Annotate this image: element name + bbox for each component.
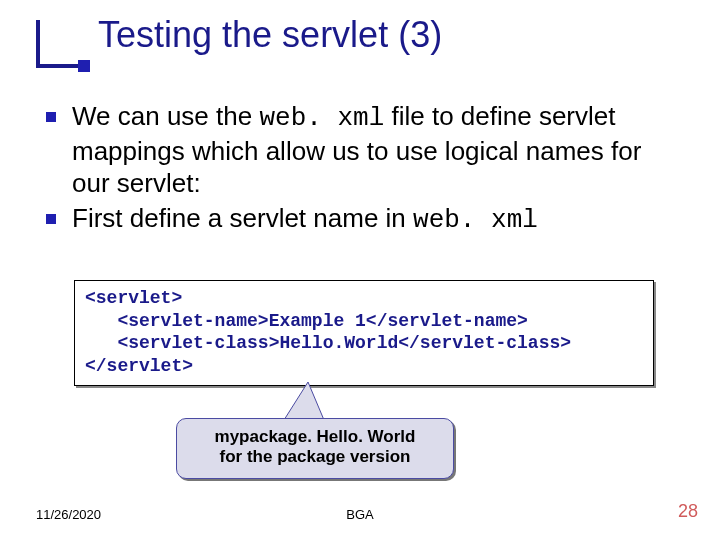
bullet-item: We can use the web. xml file to define s… xyxy=(46,100,686,200)
slide-title-block: Testing the servlet (3) xyxy=(36,14,442,56)
title-corner-decoration xyxy=(36,20,84,68)
footer-page-number: 28 xyxy=(678,501,698,522)
bullet-text-pre: First define a servlet name in xyxy=(72,203,413,233)
callout-line: for the package version xyxy=(187,447,443,467)
svg-marker-0 xyxy=(284,382,324,420)
callout-box: mypackage. Hello. World for the package … xyxy=(176,418,454,479)
title-square-decoration xyxy=(78,60,90,72)
bullet-marker-icon xyxy=(46,112,56,122)
bullet-list: We can use the web. xml file to define s… xyxy=(46,100,686,238)
callout-line: mypackage. Hello. World xyxy=(187,427,443,447)
footer-author: BGA xyxy=(0,507,720,522)
bullet-text-pre: We can use the xyxy=(72,101,259,131)
code-line: <servlet-name>Example 1</servlet-name> xyxy=(85,310,643,333)
code-line: <servlet> xyxy=(85,287,643,310)
code-block: <servlet> <servlet-name>Example 1</servl… xyxy=(74,280,654,386)
code-line: </servlet> xyxy=(85,355,643,378)
bullet-marker-icon xyxy=(46,214,56,224)
bullet-text: We can use the web. xml file to define s… xyxy=(72,100,686,200)
bullet-code: web. xml xyxy=(259,103,384,133)
bullet-item: First define a servlet name in web. xml xyxy=(46,202,686,237)
bullet-code: web. xml xyxy=(413,205,538,235)
bullet-text: First define a servlet name in web. xml xyxy=(72,202,538,237)
slide-title: Testing the servlet (3) xyxy=(98,14,442,56)
code-line: <servlet-class>Hello.World</servlet-clas… xyxy=(85,332,643,355)
